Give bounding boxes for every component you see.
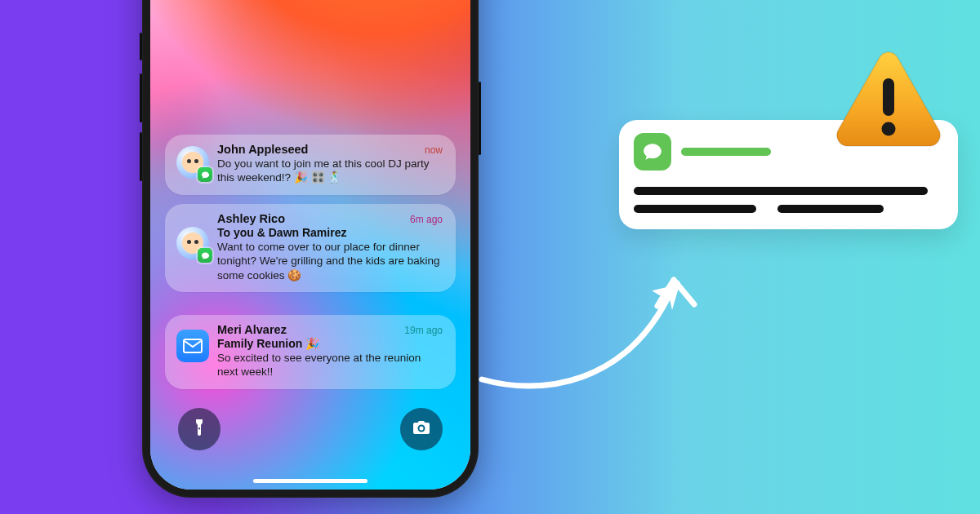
camera-button[interactable] <box>400 408 443 450</box>
svg-rect-1 <box>883 78 894 116</box>
notification-sender: John Appleseed <box>217 143 308 156</box>
messages-badge-icon <box>198 248 212 263</box>
notification-body: Want to come over to our place for dinne… <box>217 240 443 282</box>
warning-icon <box>831 47 946 153</box>
notification-card[interactable]: Meri Alvarez 19m ago Family Reunion 🎉 So… <box>165 315 456 389</box>
flashlight-button[interactable] <box>178 408 220 450</box>
arrow-illustration <box>466 241 719 404</box>
phone-side-button <box>479 82 481 155</box>
placeholder-title-bar <box>681 148 771 156</box>
notification-card[interactable]: Ashley Rico 6m ago To you & Dawn Ramirez… <box>165 204 456 292</box>
notification-recipients: To you & Dawn Ramirez <box>217 226 443 239</box>
phone-screen: John Appleseed now Do you want to join m… <box>150 0 470 490</box>
notification-timestamp: 6m ago <box>410 214 443 225</box>
svg-point-2 <box>882 122 896 136</box>
home-indicator <box>253 479 368 483</box>
contact-avatar <box>176 146 209 179</box>
messages-badge-icon <box>198 167 212 182</box>
notification-sender: Meri Alvarez <box>217 323 287 336</box>
phone-side-button <box>140 33 142 60</box>
iphone-frame: John Appleseed now Do you want to join m… <box>142 0 479 498</box>
placeholder-text-line <box>634 205 756 213</box>
phone-side-button <box>140 132 142 181</box>
notification-timestamp: 19m ago <box>404 325 443 336</box>
notification-sender: Ashley Rico <box>217 212 285 225</box>
flashlight-icon <box>189 418 209 441</box>
camera-icon <box>412 418 431 441</box>
messages-app-icon <box>634 133 671 171</box>
placeholder-text-line <box>777 205 884 213</box>
notification-card[interactable]: John Appleseed now Do you want to join m… <box>165 135 456 195</box>
mail-icon <box>176 330 209 362</box>
notification-body: Do you want to join me at this cool DJ p… <box>217 157 443 185</box>
phone-side-button <box>140 73 142 122</box>
notification-subject: Family Reunion 🎉 <box>217 337 443 350</box>
notification-body: So excited to see everyone at the reunio… <box>217 351 443 379</box>
contact-avatar <box>176 227 209 259</box>
notification-timestamp: now <box>425 144 443 156</box>
placeholder-text-line <box>634 187 928 195</box>
